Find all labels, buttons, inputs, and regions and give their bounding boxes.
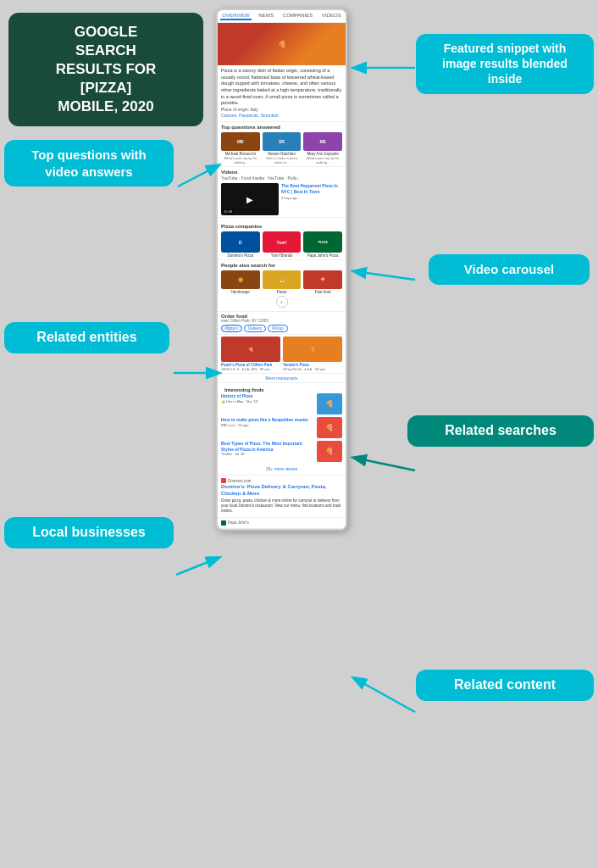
people-also-section: 🍔 Hamburger 🍝 Pasta 🍟 Fast food › (218, 269, 346, 312)
company-name-1: Domino's Pizza (221, 253, 260, 258)
video-carousel-bubble: Video carousel (429, 254, 590, 285)
questions-label: Top questions with video answers (31, 147, 147, 179)
more-restaurants[interactable]: More restaurants (218, 374, 346, 383)
related-searches-bubble: Related searches (407, 415, 594, 447)
svg-line-5 (176, 558, 219, 575)
video-info-1: The Best Pepperoni Pizza In NYC | Best I… (281, 183, 342, 215)
qa-item-1: MB Michael Bonaccini What's your top tip… (221, 132, 260, 164)
title-bubble: GOOGLE SEARCH RESULTS FOR [PIZZA] MOBILE… (8, 13, 203, 126)
businesses-section: 🍕 Paulo's Pizza of Clifton Park 1903 U.S… (218, 335, 346, 374)
qa-thumb-1: MB (221, 132, 260, 151)
companies-row: D Domino's Pizza Yum! Yum! Brands PIZZA … (221, 231, 342, 258)
video-meta-1: 3 days ago (281, 196, 342, 200)
company-logo-3: PIZZA (303, 231, 342, 253)
nav-news: NEWS (257, 12, 275, 20)
find-title-2: How to make pizza like a Neapolitan mast… (221, 417, 314, 423)
interesting-finds-title: Interesting finds (221, 385, 342, 393)
org-desc-1: Order pizza, pasta, chicken & more onlin… (221, 498, 342, 515)
qa-desc-1: What's your top tip for making... (221, 156, 260, 164)
company-2: Yum! Yum! Brands (263, 231, 302, 258)
also-item-2: 🍝 Pasta (263, 270, 302, 294)
featured-snippet: Pizza is a savory dish of Italian origin… (218, 65, 346, 122)
order-tab-delivery[interactable]: Delivery (244, 325, 266, 332)
org-title-1[interactable]: Domino's: Pizza Delivery & Carryout, Pas… (221, 484, 342, 498)
related-entities-label: Related entities (36, 330, 136, 344)
org-source-2: Papa John's (221, 520, 342, 526)
also-item-3: 🍟 Fast food (303, 270, 342, 294)
questions-bubble: Top questions with video answers (4, 140, 174, 186)
find-item-2: How to make pizza like a Neapolitan mast… (221, 417, 342, 438)
order-tabs: Pizza × Delivery Pickup (221, 325, 342, 332)
local-businesses-label: Local businesses (32, 525, 145, 539)
also-thumb-2: 🍝 (263, 270, 302, 289)
find-text-1: History of Pizza 👍 Like in May · Nov '19 (221, 393, 314, 403)
find-img-3: 🍕 (317, 441, 342, 462)
find-source-3: Thrillist · Jul '18 (221, 452, 314, 456)
phone-mockup: OVERVIEW NEWS COMPANIES VIDEOS 🍕 Pizza i… (216, 8, 347, 531)
find-item-1: History of Pizza 👍 Like in May · Nov '19… (221, 393, 342, 415)
order-location: near Clifton Park, NY 12065 (221, 319, 342, 323)
snippet-origin: Place of origin: Italy (221, 107, 342, 113)
videos-row: 15:48 The Best Pepperoni Pizza In NYC | … (218, 181, 346, 218)
related-entities-bubble: Related entities (4, 322, 169, 353)
more-stories[interactable]: 15+ more stories (221, 465, 342, 473)
qa-desc-2: How to make a pizza stone to... (263, 156, 302, 164)
qa-thumb-3: ME (303, 132, 342, 151)
video-time-1: 15:48 (223, 209, 233, 214)
also-label-1: Hamburger (221, 290, 260, 294)
qa-thumb-2: SR (263, 132, 302, 151)
more-about-pizza[interactable]: › (221, 294, 342, 309)
local-businesses-bubble: Local businesses (4, 517, 174, 548)
pizza-image: 🍕 (218, 23, 346, 65)
company-name-2: Yum! Brands (263, 253, 302, 258)
nav-overview: OVERVIEW (220, 12, 251, 20)
also-label-2: Pasta (263, 290, 302, 294)
order-tab-pizza[interactable]: Pizza × (221, 325, 242, 332)
also-label-3: Fast food (303, 290, 342, 294)
title-line2: SEARCH (75, 42, 136, 58)
also-thumb-3: 🍟 (303, 270, 342, 289)
company-logo-2: Yum! (263, 231, 302, 253)
more-circle[interactable]: › (276, 296, 288, 308)
snippet-text: Pizza is a savory dish of Italian origin… (221, 68, 342, 107)
qa-item-3: ME Mary Ann Esposito What's your top tip… (303, 132, 342, 164)
related-content-bubble: Related content (416, 670, 594, 701)
biz-item-1: 🍕 Paulo's Pizza of Clifton Park 1903 U.S… (221, 337, 280, 371)
organic-2: Papa John's (218, 518, 346, 529)
video-thumb-1[interactable]: 15:48 (221, 183, 279, 215)
company-3: PIZZA Papa John's Pizza (303, 231, 342, 258)
svg-line-1 (178, 165, 219, 186)
biz-info-2: 4 Fire Rd #5 · 4.2★ · 60 min (283, 367, 342, 371)
svg-line-6 (354, 678, 415, 712)
qa-row: MB Michael Bonaccini What's your top tip… (218, 131, 346, 167)
find-img-1: 🍕 (317, 393, 342, 415)
svg-line-2 (354, 271, 415, 280)
company-logo-1: D (221, 231, 260, 253)
page-container: OVERVIEW NEWS COMPANIES VIDEOS 🍕 Pizza i… (0, 0, 598, 868)
video-carousel-label: Video carousel (464, 262, 554, 276)
title-line1: GOOGLE (75, 24, 138, 40)
find-source-2: BBC.com · 56 ago (221, 423, 314, 427)
biz-item-2: 🍕 Venato's Pizza 4 Fire Rd #5 · 4.2★ · 6… (283, 337, 342, 371)
interesting-finds-section: Interesting finds History of Pizza 👍 Lik… (218, 383, 346, 476)
also-row: 🍔 Hamburger 🍝 Pasta 🍟 Fast food (221, 270, 342, 294)
find-source-1: 👍 Like in May · Nov '19 (221, 399, 314, 403)
featured-snippet-label: Featured snippet with image results blen… (442, 42, 568, 86)
qa-desc-3: What's your top tip for making... (303, 156, 342, 164)
section-companies-title: Pizza companies (218, 221, 346, 230)
org-favicon-1 (221, 478, 226, 483)
also-item-1: 🍔 Hamburger (221, 270, 260, 294)
find-item-3: Best Types of Pizza: The Most Important … (221, 441, 342, 462)
biz-img-2: 🍕 (283, 337, 342, 362)
find-text-2: How to make pizza like a Neapolitan mast… (221, 417, 314, 427)
find-title-3: Best Types of Pizza: The Most Important … (221, 441, 314, 452)
title-line4: [PIZZA] (80, 80, 131, 96)
organic-1: Dominos.com Domino's: Pizza Delivery & C… (218, 476, 346, 517)
section-videos-title: Videos (218, 167, 346, 175)
order-tab-pickup[interactable]: Pickup (268, 325, 288, 332)
snippet-categories: Calzone, Panzerotti, Stromboli (221, 113, 342, 119)
related-searches-label: Related searches (445, 423, 556, 437)
title-line3: RESULTS FOR (56, 61, 157, 77)
section-qa-title: Top questions answered (218, 122, 346, 131)
find-img-2: 🍕 (317, 417, 342, 438)
